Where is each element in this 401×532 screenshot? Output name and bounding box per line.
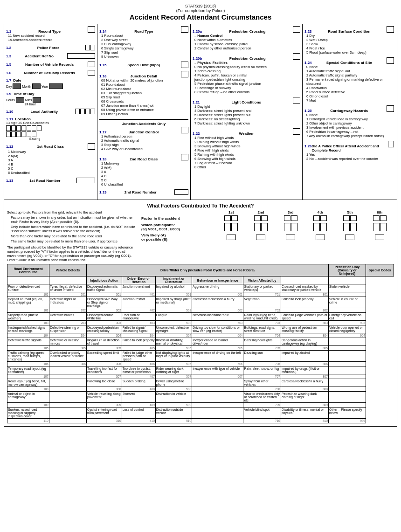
loc-box2[interactable] bbox=[11, 125, 16, 131]
lc-item3: 5 Darkness: street lights present but bbox=[193, 113, 300, 117]
w-item1: 1 Fine without high winds bbox=[193, 136, 300, 140]
table-row: Sunken, raised road marking or slippery … bbox=[7, 408, 394, 419]
loc-box3[interactable] bbox=[16, 125, 21, 131]
p5-b2[interactable] bbox=[350, 223, 357, 231]
pf-box2[interactable] bbox=[90, 45, 95, 50]
road-surf-box[interactable] bbox=[387, 26, 394, 33]
l3-box[interactable] bbox=[286, 235, 295, 240]
col-header-5th: 5th bbox=[336, 210, 365, 214]
p3-b2[interactable] bbox=[291, 223, 297, 231]
l6-box[interactable] bbox=[375, 235, 384, 240]
jd-item2: 01 Roundabout bbox=[99, 83, 188, 87]
loc-box1[interactable] bbox=[6, 125, 11, 131]
road-class-box[interactable] bbox=[88, 143, 95, 150]
loc-box10[interactable] bbox=[16, 131, 21, 137]
td-n-de6: 406 bbox=[122, 362, 155, 366]
f2-b1[interactable] bbox=[254, 215, 261, 221]
th-sub8 bbox=[281, 276, 328, 284]
junc-ctrl-box[interactable] bbox=[181, 127, 188, 133]
police-attend-box[interactable] bbox=[388, 141, 394, 147]
l1-box[interactable] bbox=[227, 235, 236, 240]
l4-box[interactable] bbox=[316, 235, 325, 240]
la-box2[interactable] bbox=[80, 109, 85, 114]
carriageway-haz-box[interactable] bbox=[387, 105, 394, 112]
road-type-box[interactable] bbox=[181, 26, 188, 33]
td-sc2: Vehicle in course of crime bbox=[329, 297, 366, 308]
f3-b1[interactable] bbox=[284, 215, 290, 221]
f2-b2[interactable] bbox=[261, 215, 268, 221]
rec-type-box[interactable] bbox=[88, 26, 95, 33]
f4-b2[interactable] bbox=[320, 215, 327, 221]
light-cond-box[interactable] bbox=[293, 97, 300, 104]
f1-b2[interactable] bbox=[231, 215, 238, 221]
la-box1[interactable] bbox=[75, 109, 80, 114]
loc-box5[interactable] bbox=[27, 125, 31, 131]
date-day-box[interactable] bbox=[13, 83, 21, 89]
loc-box11[interactable] bbox=[21, 131, 26, 137]
cas-records-box[interactable] bbox=[88, 70, 95, 76]
p1-b1[interactable] bbox=[224, 223, 231, 231]
loc-box6[interactable] bbox=[32, 125, 36, 131]
td-n-vd1: 201 bbox=[49, 292, 87, 297]
date-month-box[interactable] bbox=[32, 83, 41, 89]
table-row-num: 108 308 408 508 708 808 bbox=[7, 387, 394, 392]
la-box4[interactable] bbox=[90, 109, 95, 114]
special-cond-box[interactable] bbox=[387, 57, 394, 64]
p4-b2[interactable] bbox=[320, 223, 327, 231]
loc-box9[interactable] bbox=[11, 131, 16, 137]
td-vi1: Stationary or parked vehicle(s) bbox=[243, 284, 281, 292]
time-hours-box[interactable] bbox=[16, 97, 24, 103]
road2-class-box[interactable] bbox=[181, 154, 188, 160]
td-bi2: Careless/Reckless/In a hurry bbox=[192, 297, 243, 308]
l2-box[interactable] bbox=[256, 235, 265, 240]
junction-detail-box[interactable] bbox=[181, 71, 188, 77]
f5-b1[interactable] bbox=[343, 215, 350, 221]
road-num-box[interactable] bbox=[76, 178, 95, 183]
time-mins-box[interactable] bbox=[33, 97, 41, 103]
p1-b2[interactable] bbox=[231, 223, 238, 231]
p2-b2[interactable] bbox=[261, 223, 268, 231]
f1-b1[interactable] bbox=[224, 215, 231, 221]
pf-box1[interactable] bbox=[85, 45, 90, 50]
f6-b2[interactable] bbox=[380, 215, 387, 221]
time-label-hours: Hours bbox=[6, 98, 15, 102]
la-box3[interactable] bbox=[85, 109, 90, 114]
p6-b2[interactable] bbox=[380, 223, 387, 231]
p4-b1[interactable] bbox=[313, 223, 320, 231]
f5-b2[interactable] bbox=[350, 215, 357, 221]
l5-box[interactable] bbox=[345, 235, 354, 240]
p6-b1[interactable] bbox=[373, 223, 380, 231]
loc-box8[interactable] bbox=[6, 131, 11, 137]
f3-b2[interactable] bbox=[291, 215, 297, 221]
participant-row: Which participant?(eg V001, C001, U000) bbox=[141, 223, 394, 231]
td-n-bi8 bbox=[192, 387, 243, 392]
loc-box7[interactable] bbox=[37, 125, 41, 131]
td-n-id1: 501 bbox=[155, 292, 192, 297]
td-po3: Failed to judge vehicle's path or speed bbox=[281, 313, 328, 321]
sec-title-1-5: Number of Vehicle Records bbox=[25, 62, 74, 67]
td-de9: Swerved bbox=[122, 392, 155, 403]
stats-label: STATS19 (2013) bbox=[4, 4, 397, 8]
veh-records-box[interactable] bbox=[88, 62, 95, 67]
td-vi9: Visor or windscreen dirty or scratched o… bbox=[243, 392, 281, 403]
accident-ref-box[interactable] bbox=[67, 53, 95, 59]
sec-num-1-20a: 1.20a bbox=[193, 29, 202, 34]
sec-num-1-13: 1.13 bbox=[6, 179, 14, 183]
loc-box13[interactable] bbox=[32, 131, 36, 137]
ped-cross-a-box[interactable] bbox=[293, 26, 300, 33]
date-year-box[interactable] bbox=[49, 83, 63, 89]
p5-b1[interactable] bbox=[343, 223, 350, 231]
p3-b1[interactable] bbox=[284, 223, 290, 231]
sec-title-1-15: Speed Limit (mph) bbox=[127, 63, 160, 67]
weather-box[interactable] bbox=[293, 128, 300, 135]
ped-cross-b-box[interactable] bbox=[293, 53, 300, 60]
f6-b1[interactable] bbox=[373, 215, 380, 221]
loc-box4[interactable] bbox=[21, 125, 26, 131]
rt-item6: 9 Unknown bbox=[99, 55, 188, 59]
speed-limit-box[interactable] bbox=[181, 62, 188, 68]
factor3-boxes bbox=[276, 215, 305, 221]
f4-b1[interactable] bbox=[313, 215, 320, 221]
loc-box12[interactable] bbox=[27, 131, 31, 137]
p2-b1[interactable] bbox=[254, 223, 261, 231]
road2-num-box[interactable] bbox=[174, 189, 188, 195]
